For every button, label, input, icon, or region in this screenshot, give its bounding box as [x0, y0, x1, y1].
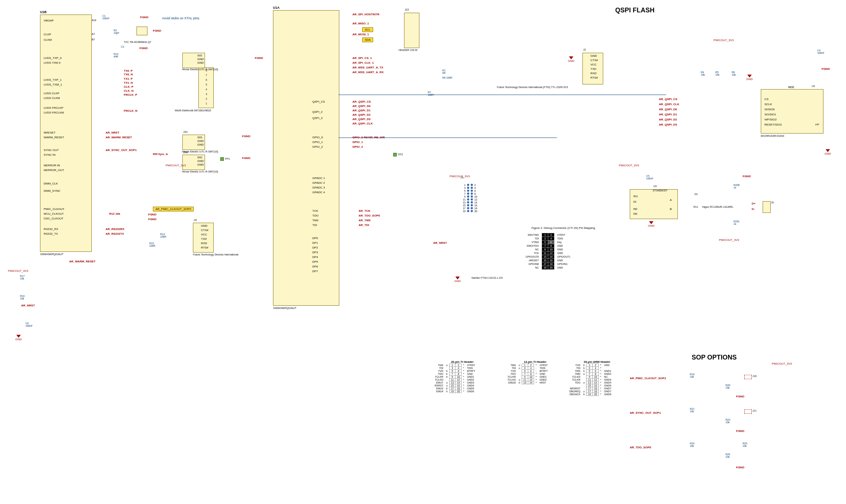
cap-c4: C4100nF: [817, 49, 825, 54]
pinmap-arm20-title: 20-pin ARM Header: [568, 360, 626, 364]
res-r3: R310pF: [114, 29, 119, 34]
u1b-pin-nreset: NRESET: [44, 131, 55, 134]
ufl-c-part: Hirose Electric U.FL-R-SMT(10): [182, 170, 218, 173]
flash-sio0: SI/SIO0: [764, 108, 775, 111]
cap-c6: C6100nF: [25, 322, 33, 327]
u1a-gpio0: GPIO_0: [312, 136, 323, 139]
u1b-pin-clkm: CLKM: [44, 38, 52, 41]
u1b-pin-nerrin: NERROR IN: [44, 164, 60, 167]
hdr-j4-ref: J4: [194, 218, 197, 222]
net-gpio2: GPIO_2: [352, 145, 363, 148]
net-mssuart-rx: AR_MSS_UART_A_RX: [352, 71, 384, 74]
flash-sio2: WP/SIO2: [764, 118, 776, 121]
pwr-fgnd-3: FGND: [148, 218, 157, 221]
ufl-c-ref: J30: [183, 151, 188, 154]
u1a-tms: TMS: [312, 219, 319, 222]
u1b-pin-pmicclkout: PMIC_CLKOUT: [44, 207, 64, 211]
res-r6: R610k: [732, 71, 736, 76]
net-sda: SDA: [362, 37, 373, 42]
sop-net2: AR_PMIC_CLKOUT_SOP2: [630, 377, 666, 380]
j1-row: 12: [460, 183, 486, 186]
u1b-pin-rs232tx: RS232_TX: [44, 232, 58, 235]
u1b-pin-dmmclk: DMM_CLK: [44, 182, 58, 185]
net-tx0n: TX0_N: [124, 73, 133, 76]
net-ar-warm: AR_WARM_RESET: [106, 136, 132, 139]
net-qspi-clk: AR_QSPI_CLK: [352, 122, 373, 125]
u1a-dp6: DP6: [312, 265, 318, 268]
u1a-dp3: DP3: [312, 251, 318, 254]
j2-txd: TXD: [590, 67, 596, 71]
hdr-j5-ref: J5: [771, 201, 774, 204]
ic-u1b-ref: U1B: [40, 10, 47, 14]
u1b-pin-lvdstxm1: LVDS_TXM_1: [44, 83, 62, 86]
d1-ref: D1: [695, 193, 698, 195]
pinmap-ti14: 14-pin TI Header TMSo12*nTRSTTDIo34:TDIS…: [506, 360, 564, 384]
gnd-flash: GND: [746, 75, 753, 81]
pinmap-arm20: 20-pin ARM Header TVDb12*VDDTDIb34*TMSb5…: [568, 360, 626, 396]
u1a-gpadc4: GPADC 4: [312, 191, 325, 194]
ic-flash: [761, 89, 823, 134]
net-qspi-d2: AR_QSPI_D2: [352, 113, 371, 116]
sop-j10: [744, 375, 752, 379]
pwr-fgnd-1: FGND: [140, 16, 149, 19]
j1-row: 1516: [460, 204, 486, 207]
u1b-pin-lvdsclkp: LVDS CLKP: [44, 92, 59, 95]
net-rs232tx: AR_RS232TX: [106, 232, 124, 235]
pinmap-ti20-title: 20-pin TI Header: [433, 360, 491, 364]
res-r5: R510k: [715, 71, 719, 76]
ic-u1b-part: XI6843ARQGALP: [40, 253, 63, 256]
flnet-d3: AR_QSPI_D3: [659, 123, 677, 126]
debug-conn-table: SWVTMS12nTRSTTDI34TDISVTRef56KeySWO/TDO7…: [524, 233, 572, 270]
net-warm-reset2: AR_WARM_RESET: [69, 260, 95, 263]
res-r8: R8 100R: [442, 76, 452, 79]
res-r4: R410k: [701, 71, 705, 76]
u1b-pin-no-b7: B7: [92, 38, 95, 41]
sop-j10-ref: J10: [752, 375, 756, 377]
flash-sio1: SO/SIO1: [764, 113, 776, 116]
plvds-3: 3: [206, 93, 207, 95]
hdr-j1: J1 1234567891011121314151617181920: [460, 180, 486, 213]
res-r15: R15100R: [149, 242, 155, 247]
pwr-fgnd-sop3: FGND: [736, 466, 744, 469]
res-r16: R1610k: [20, 295, 25, 300]
pwr-pmic-3v3-b: PMICOUT_3V3: [8, 269, 28, 273]
u1b-pin-rs232rx: RS232_RX: [44, 227, 58, 231]
pwr-fgnd-uflb: FGND: [242, 135, 250, 138]
u1a-qspi-cs: QSPI_CS: [312, 100, 325, 103]
j1-row: 910: [460, 195, 486, 198]
j4-vcc: VCC: [201, 233, 207, 236]
ic-u1a-part: XI6843ARQGALP: [273, 306, 296, 310]
u1a-dp0: DP0: [312, 237, 318, 240]
j4-cts: CTS#: [201, 229, 208, 232]
net-spi-host: AR_SPI_HOSTINTR: [352, 13, 379, 16]
pwr-pmic-flash: PMICOUT_3V3: [713, 39, 734, 42]
j22-ref: J22: [405, 8, 409, 11]
plvds-6: 6: [206, 79, 207, 81]
u1b-pin-lvdstxm0: LVDS TXM 0: [44, 61, 60, 64]
j2-ref: J2: [583, 48, 586, 51]
ufl-c-gnd1: GND: [197, 159, 204, 163]
xtal-part: TXC 7M-40.000MHz-Q7: [124, 41, 151, 43]
debug-title: Figure 2. Debug Connector (CTI 20) Pin M…: [531, 226, 595, 230]
net-frclkp: FRCLK_P: [124, 93, 137, 96]
u3-part: ST3485EIDT: [653, 189, 667, 192]
j2-rts: RTS#: [590, 76, 598, 79]
u1b-pin-no-a7: A7: [92, 33, 95, 35]
flnet-clk: AR_QSPI_CLK: [659, 103, 679, 106]
pwr-fgnd-u3: FGND: [743, 175, 751, 178]
testpoint-tp1: [220, 157, 224, 161]
gnd-a: GND: [15, 335, 22, 341]
u1b-pin-nerrout: NERROR_OUT: [44, 168, 64, 172]
net-miso: AR_MISO_1: [352, 22, 369, 25]
u1a-gpadc1: GPADC 1: [312, 176, 325, 180]
cap-c3: C3: [121, 45, 124, 48]
flnet-cs: AR_QSPI_CS: [659, 98, 677, 101]
u1a-tdi: TDI: [312, 223, 317, 227]
u1b-pin-dmmsync: DMM_SYNC: [44, 189, 60, 193]
ic-u1a-ref: U1A: [273, 6, 280, 9]
pwr-fgnd-1c: FGND: [139, 47, 148, 50]
net-tck: AR_TCK: [359, 209, 370, 213]
flash-sclk: SCLK: [764, 103, 772, 106]
net-tdi: AR_TDI: [359, 223, 369, 227]
r11-name: Yageo RC1206JR-13120RL: [702, 206, 734, 208]
